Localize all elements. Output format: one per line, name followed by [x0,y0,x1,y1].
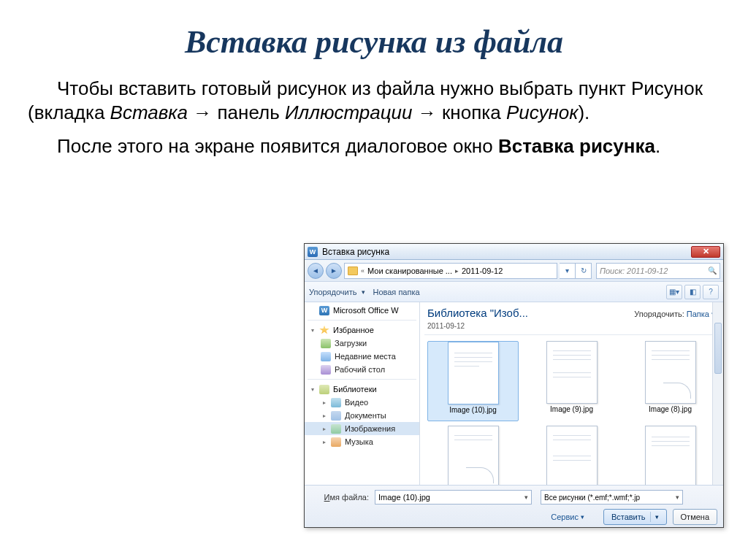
file-thumbnail[interactable]: Image (10).jpg [427,341,519,421]
p2-text: После этого на экране появится диалогово… [57,135,498,157]
sidebar-item-libraries[interactable]: ▾ Библиотеки [305,383,419,396]
dropdown-icon: ▾ [524,494,528,501]
p1-arrow-1: → панель [188,101,285,123]
thumbnail-preview [546,426,598,485]
dialog-footer: Имя файла: Image (10).jpg ▾ Все рисунки … [305,485,723,527]
file-name: Image (8).jpg [649,405,692,413]
file-thumbnail[interactable]: Image (8).jpg [625,341,716,421]
p1-italic-2: Иллюстрации [285,101,413,123]
filetype-dropdown[interactable]: Все рисунки (*.emf;*.wmf;*.jp ▾ [541,490,683,505]
downloads-icon [321,339,331,348]
expand-icon: ▸ [321,413,327,419]
collapse-icon: ▾ [309,327,316,334]
cancel-button[interactable]: Отмена [673,509,717,525]
file-content-area: Библиотека "Изоб... Упорядочить: Папка ▾… [420,302,723,485]
sidebar-label: Недавние места [335,352,396,361]
expand-icon: ▸ [321,439,327,445]
sidebar-item-msword[interactable]: Microsoft Office W [305,304,419,317]
thumbnail-preview [546,341,598,404]
vertical-scrollbar[interactable] [712,302,723,485]
sidebar-label: Документы [345,411,386,420]
thumbnail-preview [448,342,499,404]
file-thumbnail[interactable] [625,426,716,485]
paragraph-2: После этого на экране появится диалогово… [28,134,720,158]
sidebar-label: Музыка [345,437,373,446]
scrollbar-thumb[interactable] [714,323,722,374]
p1-text-end: ). [578,101,589,123]
address-bar: ◄ ► « Мои сканированные ... ▸ 2011-09-12… [305,260,723,282]
desktop-icon [321,365,331,375]
sidebar-item-music[interactable]: ▸ Музыка [305,435,419,448]
dropdown-icon: ▾ [676,494,679,501]
search-icon: 🔍 [708,266,717,275]
thumbnail-preview [645,426,696,485]
expand-icon: ▸ [321,399,327,406]
music-icon [331,437,341,447]
file-name: Image (10).jpg [449,406,496,414]
navigation-sidebar: Microsoft Office W ▾ Избранное Загрузки … [305,302,420,485]
breadcrumb-2[interactable]: 2011-09-12 [462,266,503,275]
collapse-icon: ▾ [309,386,316,393]
sidebar-label: Библиотеки [333,385,377,394]
sidebar-item-favorites[interactable]: ▾ Избранное [305,323,419,337]
file-thumbnail[interactable] [427,426,519,485]
refresh-button[interactable]: ↻ [576,263,592,279]
sidebar-item-images[interactable]: ▸ Изображения [305,422,419,435]
file-thumbnail[interactable]: Image (9).jpg [526,341,617,421]
filename-input[interactable]: Image (10).jpg ▾ [375,490,532,505]
dropdown-icon: ▾ [655,513,659,521]
word-app-icon: W [308,247,318,257]
sort-label: Упорядочить: [634,310,684,318]
breadcrumb-path[interactable]: « Мои сканированные ... ▸ 2011-09-12 [344,263,557,279]
slide-title: Вставка рисунка из файла [28,23,720,61]
thumbnail-preview [448,426,499,485]
insert-button[interactable]: Вставить ▾ [603,509,667,525]
p1-italic-1: Вставка [110,101,188,123]
search-placeholder: Поиск: 2011-09-12 [600,266,668,275]
breadcrumb-1[interactable]: Мои сканированные ... [367,266,452,275]
chevron-icon: « [361,267,365,275]
nav-forward-button[interactable]: ► [326,263,342,279]
view-mode-button[interactable]: ▦▾ [666,285,682,299]
word-icon [319,306,329,315]
expand-icon: ▸ [321,426,327,432]
thumbnail-preview [645,341,696,404]
library-subheader: 2011-09-12 [420,322,723,334]
preview-pane-button[interactable]: ◧ [684,285,701,299]
images-icon [331,424,341,434]
file-grid: Image (10).jpg Image (9).jpg Image (8).j… [420,338,723,485]
sidebar-label: Рабочий стол [335,365,385,374]
sidebar-item-documents[interactable]: ▸ Документы [305,409,419,422]
video-icon [331,398,341,407]
sidebar-item-desktop[interactable]: Рабочий стол [305,363,419,376]
nav-back-button[interactable]: ◄ [308,263,324,279]
close-button[interactable]: ✕ [691,246,720,258]
help-button[interactable]: ? [703,285,719,299]
tools-menu[interactable]: Сервис ▾ [551,513,584,521]
sidebar-item-recent[interactable]: Недавние места [305,350,419,363]
organize-menu[interactable]: Упорядочить [309,288,365,296]
libraries-icon [319,385,329,394]
p1-italic-3: Рисунок [506,101,579,123]
file-name: Image (9).jpg [550,405,593,413]
folder-icon [348,266,358,275]
search-input[interactable]: Поиск: 2011-09-12 🔍 [596,263,720,279]
sidebar-label: Microsoft Office W [333,306,399,315]
path-dropdown-button[interactable]: ▾ [560,263,576,279]
sort-dropdown[interactable]: Папка ▾ [687,310,716,318]
recent-icon [321,352,331,361]
dropdown-icon: ▾ [581,513,584,521]
dialog-titlebar: W Вставка рисунка ✕ [305,244,723,260]
file-thumbnail[interactable] [526,426,617,485]
chevron-icon: ▸ [455,267,459,275]
sidebar-label: Загрузки [335,339,367,348]
p1-arrow-2: → кнопка [413,101,506,123]
star-icon [319,326,329,335]
dialog-title: Вставка рисунка [322,247,389,257]
sidebar-item-video[interactable]: ▸ Видео [305,396,419,409]
new-folder-button[interactable]: Новая папка [373,288,419,296]
sidebar-label: Избранное [333,326,374,334]
filename-label: Имя файла: [310,493,369,502]
sidebar-item-downloads[interactable]: Загрузки [305,337,419,350]
dialog-toolbar: Упорядочить Новая папка ▦▾ ◧ ? [305,282,723,302]
